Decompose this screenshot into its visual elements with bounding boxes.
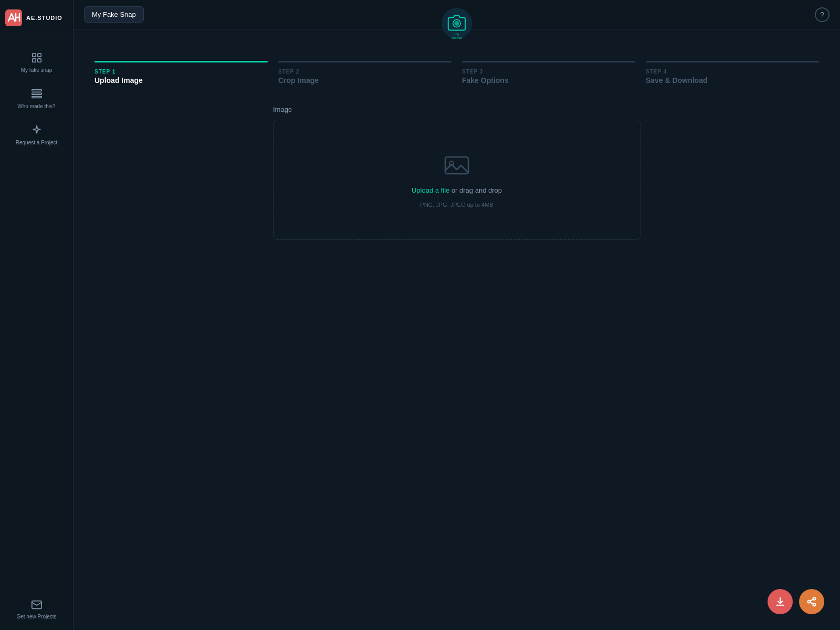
upload-file-link[interactable]: Upload a file (412, 186, 449, 194)
grid-icon (31, 88, 43, 100)
step-1-progress (94, 61, 268, 62)
step-3-number: STEP 3 (462, 69, 635, 75)
step-4-number: STEP 4 (646, 69, 819, 75)
step-4-progress (646, 61, 819, 62)
svg-point-11 (454, 21, 459, 26)
sidebar-header: AE.STUDIO (0, 0, 73, 36)
upload-middle-text: or drag and drop (449, 186, 502, 194)
svg-line-20 (810, 599, 813, 601)
svg-text:my: my (455, 33, 459, 36)
main-topbar: My Fake Snap my fake snap ? (74, 0, 840, 29)
ae-logo-icon (5, 9, 22, 26)
question-mark-icon: ? (820, 10, 824, 19)
center-logo: my fake snap (440, 6, 474, 40)
topbar-right: ? (815, 7, 830, 22)
upload-dropzone[interactable]: Upload a file or drag and drop PNG, JPG,… (273, 120, 640, 240)
step-1-label: Upload Image (94, 76, 268, 85)
upload-section-inner: Image Upload a file or drag and drop PNG… (273, 106, 640, 240)
step-4[interactable]: STEP 4 Save & Download (640, 61, 824, 85)
sidebar-item-my-fake-snap-label: My fake snap (21, 67, 52, 74)
image-placeholder-icon (443, 152, 470, 179)
svg-rect-6 (32, 93, 41, 94)
download-icon (775, 596, 785, 607)
studio-name: AE.STUDIO (26, 15, 62, 21)
upload-section: Image Upload a file or drag and drop PNG… (74, 85, 840, 630)
step-1-number: STEP 1 (94, 69, 268, 75)
upload-section-label: Image (273, 106, 640, 113)
svg-rect-5 (32, 90, 41, 91)
app-name-button[interactable]: My Fake Snap (84, 6, 144, 23)
svg-rect-2 (37, 54, 40, 57)
sidebar-bottom-get-projects[interactable]: Get new Projects (11, 589, 61, 630)
step-2-label: Crop Image (278, 76, 452, 85)
fake-snap-logo-icon: my fake snap (440, 6, 474, 40)
svg-rect-1 (32, 54, 35, 57)
step-2-progress (278, 61, 452, 62)
step-3[interactable]: STEP 3 Fake Options (457, 61, 640, 85)
upload-subtext: PNG, JPG, JPEG up to 4MB (420, 202, 493, 208)
sidebar-item-who-made-this[interactable]: Who made this? (0, 83, 73, 115)
step-2[interactable]: STEP 2 Crop Image (273, 61, 457, 85)
svg-rect-3 (32, 59, 35, 62)
svg-text:fake snap: fake snap (452, 37, 462, 39)
sidebar: AE.STUDIO My fake snap Who made this? (0, 0, 74, 630)
svg-point-16 (813, 597, 816, 600)
sparkle-icon (31, 124, 43, 136)
svg-rect-7 (32, 97, 41, 98)
sidebar-item-request-project[interactable]: Request a Project (0, 119, 73, 151)
topbar-left: My Fake Snap (84, 6, 144, 23)
upload-text: Upload a file or drag and drop (412, 186, 502, 194)
step-4-label: Save & Download (646, 76, 819, 85)
mail-icon (31, 599, 43, 611)
download-action-button[interactable] (768, 589, 793, 614)
step-1[interactable]: STEP 1 Upload Image (89, 61, 273, 85)
sidebar-item-who-made-this-label: Who made this? (17, 103, 55, 110)
chart-icon (31, 52, 43, 64)
svg-rect-4 (37, 59, 40, 62)
step-3-progress (462, 61, 635, 62)
sidebar-item-my-fake-snap[interactable]: My fake snap (0, 47, 73, 79)
main-content: My Fake Snap my fake snap ? STEP 1 (74, 0, 840, 630)
svg-point-17 (808, 601, 811, 603)
help-button[interactable]: ? (815, 7, 830, 22)
step-2-number: STEP 2 (278, 69, 452, 75)
svg-rect-14 (445, 157, 468, 174)
sidebar-item-request-project-label: Request a Project (16, 139, 58, 146)
svg-line-19 (810, 602, 813, 604)
share-icon (806, 596, 817, 607)
sidebar-nav: My fake snap Who made this? Request a Pr… (0, 36, 73, 589)
steps-container: STEP 1 Upload Image STEP 2 Crop Image ST… (74, 61, 840, 85)
svg-point-18 (813, 603, 816, 606)
bottom-actions (768, 589, 824, 614)
share-action-button[interactable] (799, 589, 824, 614)
step-3-label: Fake Options (462, 76, 635, 85)
get-new-projects-label: Get new Projects (16, 614, 56, 620)
